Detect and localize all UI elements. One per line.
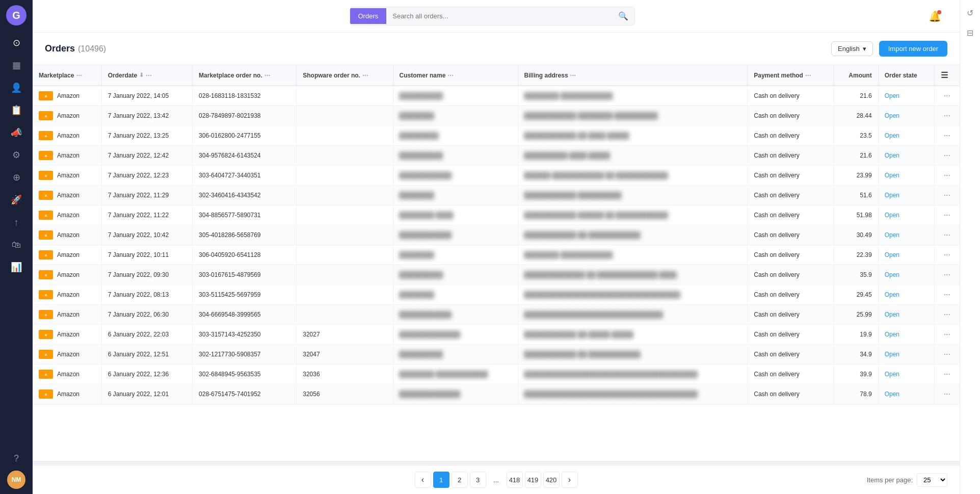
amazon-logo-13: a — [39, 350, 53, 359]
table-row[interactable]: a Amazon 7 January 2022, 11:22 304-88565… — [33, 205, 960, 225]
row-more-btn-10[interactable]: ··· — [941, 289, 953, 300]
page-420-button[interactable]: 420 — [543, 472, 560, 488]
col-payment-method[interactable]: Payment method ··· — [748, 65, 834, 86]
sidebar-item-settings[interactable]: ⚙ — [6, 145, 27, 165]
row-more-cell-1[interactable]: ··· — [934, 106, 960, 126]
row-more-cell-0[interactable]: ··· — [934, 86, 960, 106]
sw-order-col-menu[interactable]: ··· — [362, 71, 368, 80]
page-1-button[interactable]: 1 — [433, 472, 449, 488]
page-419-button[interactable]: 419 — [525, 472, 541, 488]
horizontal-scrollbar[interactable] — [33, 461, 960, 465]
row-more-btn-9[interactable]: ··· — [941, 269, 953, 280]
row-more-cell-14[interactable]: ··· — [934, 365, 960, 384]
prev-page-button[interactable]: ‹ — [415, 472, 431, 488]
column-settings-icon[interactable]: ☰ — [941, 71, 948, 80]
row-more-btn-2[interactable]: ··· — [941, 130, 953, 141]
right-bar-filter-icon[interactable]: ⊟ — [965, 26, 975, 40]
amount-cell-11: 25.99 — [834, 305, 878, 325]
table-row[interactable]: a Amazon 7 January 2022, 13:42 028-78498… — [33, 106, 960, 126]
sidebar-item-people[interactable]: 👤 — [6, 77, 27, 98]
row-more-cell-13[interactable]: ··· — [934, 345, 960, 365]
language-selector[interactable]: English ▾ — [831, 41, 873, 56]
mp-order-col-menu[interactable]: ··· — [264, 71, 271, 80]
col-mp-order-no[interactable]: Marketplace order no. ··· — [193, 65, 297, 86]
row-more-cell-5[interactable]: ··· — [934, 186, 960, 205]
payment-col-menu[interactable]: ··· — [805, 71, 811, 80]
row-more-cell-3[interactable]: ··· — [934, 146, 960, 166]
row-more-btn-4[interactable]: ··· — [941, 170, 953, 181]
row-more-cell-12[interactable]: ··· — [934, 325, 960, 345]
row-more-btn-0[interactable]: ··· — [941, 90, 953, 101]
right-bar-refresh-icon[interactable]: ↺ — [965, 6, 975, 20]
row-more-btn-8[interactable]: ··· — [941, 249, 953, 261]
sidebar-item-rocket1[interactable]: 🚀 — [6, 190, 27, 210]
sidebar-item-chart[interactable]: 📊 — [6, 257, 27, 277]
import-order-button[interactable]: Import new order — [879, 41, 947, 57]
orderdate-sort-icon[interactable]: ⬇ — [139, 72, 144, 79]
search-input[interactable] — [386, 8, 612, 24]
table-row[interactable]: a Amazon 7 January 2022, 11:29 302-34604… — [33, 186, 960, 205]
table-row[interactable]: a Amazon 7 January 2022, 10:11 306-04059… — [33, 245, 960, 265]
row-more-btn-7[interactable]: ··· — [941, 229, 953, 241]
row-more-cell-8[interactable]: ··· — [934, 245, 960, 265]
search-button[interactable]: 🔍 — [612, 7, 634, 25]
sidebar-item-rocket2[interactable]: ↑ — [6, 212, 27, 232]
row-more-cell-10[interactable]: ··· — [934, 285, 960, 305]
sidebar-item-help[interactable]: ? — [6, 448, 27, 469]
orderdate-col-menu[interactable]: ··· — [146, 71, 152, 80]
table-row[interactable]: a Amazon 7 January 2022, 10:42 305-40182… — [33, 225, 960, 245]
col-customer-name[interactable]: Customer name ··· — [393, 65, 518, 86]
col-order-state[interactable]: Order state — [878, 65, 934, 86]
page-418-button[interactable]: 418 — [507, 472, 523, 488]
row-more-btn-5[interactable]: ··· — [941, 190, 953, 201]
page-2-button[interactable]: 2 — [452, 472, 468, 488]
table-row[interactable]: a Amazon 6 January 2022, 12:36 302-68489… — [33, 365, 960, 384]
notification-icon[interactable]: 🔔 — [929, 10, 941, 22]
col-sw-order-no[interactable]: Shopware order no. ··· — [297, 65, 393, 86]
table-row[interactable]: a Amazon 6 January 2022, 12:51 302-12177… — [33, 345, 960, 365]
user-avatar[interactable]: NM — [7, 471, 25, 489]
page-3-button[interactable]: 3 — [470, 472, 486, 488]
orders-search-tab[interactable]: Orders — [350, 8, 387, 24]
sidebar-item-bag[interactable]: 🛍 — [6, 235, 27, 255]
customer-col-menu[interactable]: ··· — [447, 71, 454, 80]
table-row[interactable]: a Amazon 7 January 2022, 12:42 304-95768… — [33, 146, 960, 166]
table-row[interactable]: a Amazon 7 January 2022, 12:23 303-64047… — [33, 166, 960, 186]
per-page-select[interactable]: 25 50 100 — [917, 473, 947, 487]
col-amount[interactable]: Amount — [834, 65, 878, 86]
sidebar-item-package[interactable]: ▦ — [6, 55, 27, 75]
row-more-btn-3[interactable]: ··· — [941, 150, 953, 161]
row-more-btn-11[interactable]: ··· — [941, 309, 953, 320]
row-more-cell-6[interactable]: ··· — [934, 205, 960, 225]
sidebar-item-add[interactable]: ⊕ — [6, 167, 27, 188]
col-orderdate[interactable]: Orderdate ⬇ ··· — [101, 65, 192, 86]
row-more-btn-14[interactable]: ··· — [941, 369, 953, 380]
table-row[interactable]: a Amazon 7 January 2022, 06:30 304-66695… — [33, 305, 960, 325]
table-row[interactable]: a Amazon 7 January 2022, 14:05 028-16831… — [33, 86, 960, 106]
next-page-button[interactable]: › — [562, 472, 578, 488]
row-more-btn-6[interactable]: ··· — [941, 210, 953, 221]
row-more-btn-15[interactable]: ··· — [941, 388, 953, 400]
sidebar-item-dashboard[interactable]: ⊙ — [6, 33, 27, 53]
billing-col-menu[interactable]: ··· — [570, 71, 576, 80]
app-logo[interactable]: G — [6, 5, 27, 25]
sidebar-item-orders[interactable]: 📋 — [6, 100, 27, 120]
table-row[interactable]: a Amazon 7 January 2022, 13:25 306-01628… — [33, 126, 960, 146]
sidebar-item-promotions[interactable]: 📣 — [6, 122, 27, 143]
row-more-cell-15[interactable]: ··· — [934, 384, 960, 404]
table-row[interactable]: a Amazon 7 January 2022, 09:30 303-01676… — [33, 265, 960, 285]
row-more-btn-12[interactable]: ··· — [941, 329, 953, 340]
table-row[interactable]: a Amazon 6 January 2022, 22:03 303-31571… — [33, 325, 960, 345]
col-billing-address[interactable]: Billing address ··· — [518, 65, 748, 86]
row-more-cell-2[interactable]: ··· — [934, 126, 960, 146]
marketplace-col-menu[interactable]: ··· — [76, 71, 82, 80]
row-more-btn-1[interactable]: ··· — [941, 110, 953, 121]
table-row[interactable]: a Amazon 6 January 2022, 12:01 028-67514… — [33, 384, 960, 404]
row-more-cell-11[interactable]: ··· — [934, 305, 960, 325]
col-marketplace[interactable]: Marketplace ··· — [33, 65, 101, 86]
row-more-cell-4[interactable]: ··· — [934, 166, 960, 186]
row-more-btn-13[interactable]: ··· — [941, 349, 953, 360]
table-row[interactable]: a Amazon 7 January 2022, 08:13 303-51154… — [33, 285, 960, 305]
row-more-cell-9[interactable]: ··· — [934, 265, 960, 285]
row-more-cell-7[interactable]: ··· — [934, 225, 960, 245]
